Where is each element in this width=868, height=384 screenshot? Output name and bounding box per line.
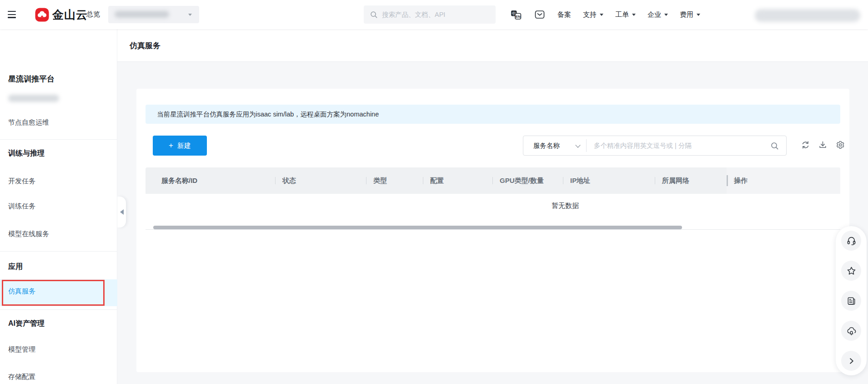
plus-icon: + (169, 141, 173, 150)
sidebar-collapse-handle[interactable] (117, 197, 126, 227)
star-icon (846, 266, 857, 276)
top-bar: 金山云 总览 中 EN (0, 0, 868, 29)
nav-ticket[interactable]: 工单 (615, 10, 636, 19)
chevron-down-icon (188, 14, 192, 16)
kingsoft-cloud-logo-icon (35, 8, 49, 22)
horizontal-scrollbar-track (146, 229, 840, 230)
global-search[interactable] (364, 5, 496, 24)
create-button[interactable]: + 新建 (153, 136, 207, 156)
logo-text: 金山云 (52, 7, 88, 22)
floating-side-toolbar (836, 226, 867, 375)
collapse-toolbar-button[interactable] (841, 351, 861, 371)
region-selector[interactable] (108, 6, 199, 23)
hamburger-icon[interactable] (8, 11, 16, 18)
column-header-ip[interactable]: IP地址 (563, 167, 655, 194)
chevron-left-icon (120, 209, 124, 215)
page-title: 仿真服务 (130, 40, 161, 51)
chevron-down-icon (697, 14, 700, 16)
news-docs-button[interactable] (841, 291, 861, 311)
sidebar-item-node-self-healing[interactable]: 节点自愈运维 (8, 118, 49, 127)
app-root: 金山云 总览 中 EN (0, 0, 868, 384)
sidebar-section-applications: 应用 (8, 262, 23, 272)
column-header-type[interactable]: 类型 (366, 167, 423, 194)
support-headset-button[interactable] (841, 231, 861, 251)
mail-icon[interactable] (534, 9, 546, 20)
column-header-gpu[interactable]: GPU类型/数量 (492, 167, 563, 194)
headset-icon (846, 236, 857, 246)
sidebar-item-model-management[interactable]: 模型管理 (8, 345, 35, 354)
sidebar: 星流训推平台 节点自愈运维 训练与推理 开发任务 训练任务 模型在线服务 应用 … (0, 29, 117, 384)
topbar-right-nav: 中 EN 备案 支持 工单 企业 费用 (510, 0, 700, 29)
refresh-icon[interactable] (801, 140, 810, 150)
region-name-redacted (115, 11, 169, 18)
filter-field-select[interactable]: 服务名称 (523, 136, 586, 155)
sidebar-item-storage-config[interactable]: 存储配置 (8, 373, 35, 381)
table-header-row: 服务名称/ID 状态 类型 配置 GPU类型/数量 IP地址 所属网络 操作 (146, 167, 840, 194)
svg-text:EN: EN (516, 15, 521, 19)
nav-beian[interactable]: 备案 (557, 10, 571, 19)
search-input[interactable] (382, 11, 490, 18)
column-header-config[interactable]: 配置 (423, 167, 492, 194)
column-header-status[interactable]: 状态 (275, 167, 366, 194)
sidebar-item-simulation-service[interactable]: 仿真服务 (8, 287, 35, 296)
settings-gear-icon[interactable] (835, 140, 845, 150)
nav-support[interactable]: 支持 (583, 10, 603, 19)
column-header-actions[interactable]: 操作 (727, 167, 840, 194)
sidebar-item-training-tasks[interactable]: 训练任务 (8, 202, 35, 211)
info-banner: 当前星流训推平台仿真服务应用为isaac sim/lab，远程桌面方案为noma… (146, 105, 840, 124)
divider (0, 139, 117, 140)
sidebar-platform-title: 星流训推平台 (8, 74, 55, 84)
search-icon[interactable] (770, 141, 779, 151)
brand-logo[interactable]: 金山云 (35, 7, 88, 22)
column-header-service-name[interactable]: 服务名称/ID (146, 167, 275, 194)
sidebar-item-dev-tasks[interactable]: 开发任务 (8, 177, 35, 186)
search-icon (369, 10, 378, 19)
table-empty-placeholder: 暂无数据 (552, 202, 579, 210)
filter-search-input[interactable] (587, 136, 770, 155)
cloud-notifications-button[interactable] (841, 321, 861, 341)
translate-icon[interactable]: 中 EN (510, 9, 522, 20)
chevron-down-icon (664, 14, 668, 16)
filter-bar: 服务名称 (523, 136, 787, 156)
column-header-network[interactable]: 所属网络 (655, 167, 727, 194)
content-card: 当前星流训推平台仿真服务应用为isaac sim/lab，远程桌面方案为noma… (136, 89, 849, 372)
chevron-down-icon (575, 142, 580, 147)
sidebar-item-redacted[interactable] (8, 95, 59, 102)
divider (0, 251, 117, 252)
sidebar-section-training-inference: 训练与推理 (8, 149, 45, 158)
horizontal-scrollbar-thumb[interactable] (153, 226, 682, 229)
nav-enterprise[interactable]: 企业 (647, 10, 668, 19)
info-banner-text: 当前星流训推平台仿真服务应用为isaac sim/lab，远程桌面方案为noma… (157, 110, 379, 119)
table-tools (801, 140, 845, 150)
news-icon (846, 296, 857, 306)
favorites-button[interactable] (841, 261, 861, 281)
cloud-alert-icon (846, 326, 857, 336)
chevron-down-icon (632, 14, 636, 16)
divider (0, 309, 117, 310)
nav-billing[interactable]: 费用 (680, 10, 700, 19)
chevron-right-icon (846, 356, 857, 366)
download-icon[interactable] (818, 140, 828, 150)
page-title-bar: 仿真服务 (117, 29, 868, 62)
account-menu-redacted[interactable] (755, 9, 860, 22)
sidebar-item-model-online-service[interactable]: 模型在线服务 (8, 230, 49, 238)
filter-field-label: 服务名称 (533, 141, 560, 150)
nav-overview[interactable]: 总览 (86, 10, 100, 19)
sidebar-section-ai-assets: AI资产管理 (8, 319, 45, 328)
chevron-down-icon (600, 14, 603, 16)
